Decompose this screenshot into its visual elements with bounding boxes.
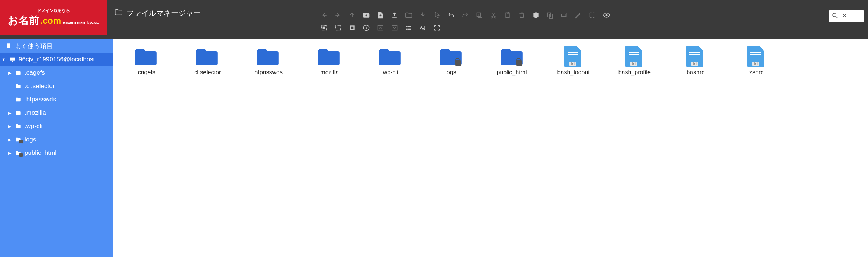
item-label: .cagefs <box>136 69 155 76</box>
dashed-select-icon[interactable] <box>588 11 597 19</box>
search-box[interactable] <box>829 10 864 22</box>
sort-icon[interactable]: AZ <box>419 24 427 32</box>
file-grid: .cagefs .cl.selector .htpasswds .mozilla… <box>125 46 857 76</box>
upload-icon[interactable] <box>390 11 399 19</box>
folder-item[interactable]: public_html <box>491 46 533 76</box>
svg-rect-8 <box>562 14 566 17</box>
folder-label: .cl.selector <box>25 82 55 90</box>
folder-icon <box>15 136 22 143</box>
svg-rect-7 <box>549 14 552 19</box>
invert-select-icon[interactable] <box>348 24 356 32</box>
page-title: ファイルマネージャー <box>126 8 201 18</box>
download-icon[interactable] <box>419 11 427 19</box>
sidebar-folder[interactable]: ▶ logs <box>0 133 113 146</box>
list-view-icon[interactable] <box>405 24 413 32</box>
folder-icon <box>256 46 280 67</box>
folder-open-icon <box>115 8 123 18</box>
logo-tagline: ドメイン取るなら <box>8 8 99 13</box>
paste-icon[interactable] <box>504 11 512 19</box>
folder-icon <box>15 96 22 103</box>
forward-icon[interactable] <box>334 11 342 19</box>
chevron-right-icon: ▶ <box>7 151 12 156</box>
rename-icon[interactable] <box>560 11 568 19</box>
archive-icon[interactable] <box>532 11 540 19</box>
chevron-right-icon: ▶ <box>7 111 12 116</box>
logo-by: byGMO <box>87 21 99 25</box>
edit-icon[interactable] <box>574 11 582 19</box>
folder-item[interactable]: .cagefs <box>125 46 167 76</box>
new-file-icon[interactable] <box>376 11 385 19</box>
chevron-right-icon: ▶ <box>7 137 12 142</box>
svg-point-21 <box>833 13 836 17</box>
folder-item[interactable]: logs <box>430 46 472 76</box>
item-label: .cl.selector <box>193 69 221 76</box>
cursor-icon[interactable] <box>433 11 441 19</box>
logo-com: .com <box>40 16 61 26</box>
file-ext: txt <box>691 62 699 66</box>
file-icon: txt <box>622 46 646 67</box>
undo-icon[interactable] <box>447 11 455 19</box>
svg-rect-18 <box>392 25 397 30</box>
folder-icon <box>317 46 341 67</box>
info-icon[interactable] <box>362 24 370 32</box>
file-item[interactable]: txt .bashrc <box>673 46 716 76</box>
bookmark-icon <box>5 43 12 49</box>
collapse-down-icon[interactable] <box>390 24 399 32</box>
up-icon[interactable] <box>348 11 356 19</box>
folder-icon <box>439 46 463 67</box>
file-item[interactable]: txt .zshrc <box>734 46 777 76</box>
preview-icon[interactable] <box>602 11 611 19</box>
delete-icon[interactable] <box>518 11 526 19</box>
folder-icon <box>15 69 22 76</box>
duplicate-icon[interactable] <box>546 11 554 19</box>
folder-label: .mozilla <box>25 109 46 117</box>
item-label: .bash_logout <box>556 69 590 76</box>
svg-rect-22 <box>10 58 15 61</box>
sidebar-folder[interactable]: ▶ .cagefs <box>0 66 113 79</box>
collapse-up-icon[interactable] <box>376 24 385 32</box>
sidebar-host[interactable]: ▼ 96cjv_r1990156@localhost <box>0 53 113 66</box>
item-label: logs <box>445 69 456 76</box>
favorites-label: よく使う項目 <box>15 42 53 51</box>
sidebar-folder[interactable]: ▶ .mozilla <box>0 106 113 120</box>
copy-icon[interactable] <box>475 11 483 19</box>
sidebar-favorites[interactable]: よく使う項目 <box>0 39 113 53</box>
sidebar-folder[interactable]: ▶ public_html <box>0 146 113 160</box>
logo[interactable]: ドメイン取るなら お名前.com .com .jp .co.jp byGMO <box>0 0 107 35</box>
new-folder-icon[interactable] <box>362 11 370 19</box>
back-icon[interactable] <box>320 11 328 19</box>
folder-item[interactable]: .wp-cli <box>369 46 411 76</box>
file-ext: txt <box>569 62 577 66</box>
sidebar-folder[interactable]: .htpasswds <box>0 93 113 106</box>
main-area: .cagefs .cl.selector .htpasswds .mozilla… <box>113 39 868 257</box>
file-item[interactable]: txt .bash_logout <box>552 46 594 76</box>
select-all-icon[interactable] <box>320 24 328 32</box>
logo-kanji: お名前 <box>8 13 39 27</box>
deselect-icon[interactable] <box>334 24 342 32</box>
redo-icon[interactable] <box>461 11 469 19</box>
close-icon[interactable] <box>841 12 848 20</box>
item-label: .zshrc <box>748 69 764 76</box>
item-label: .bashrc <box>685 69 704 76</box>
svg-rect-12 <box>323 27 325 29</box>
folder-label: .cagefs <box>25 69 45 77</box>
folder-icon <box>378 46 402 67</box>
fullscreen-icon[interactable] <box>433 24 441 32</box>
folder-item[interactable]: .htpasswds <box>247 46 289 76</box>
monitor-icon <box>9 56 16 63</box>
folder-icon <box>15 110 22 116</box>
file-icon: txt <box>744 46 768 67</box>
folder-item[interactable]: .mozilla <box>308 46 350 76</box>
cut-icon[interactable] <box>489 11 498 19</box>
item-label: .wp-cli <box>381 69 398 76</box>
item-label: .bash_profile <box>617 69 651 76</box>
svg-rect-0 <box>478 14 482 18</box>
file-item[interactable]: txt .bash_profile <box>613 46 655 76</box>
folder-item[interactable]: .cl.selector <box>186 46 228 76</box>
sidebar-folder[interactable]: ▶ .wp-cli <box>0 120 113 133</box>
sidebar-folder[interactable]: .cl.selector <box>0 79 113 93</box>
folder-label: public_html <box>25 149 57 157</box>
svg-rect-6 <box>547 13 550 17</box>
chevron-down-icon: ▼ <box>1 57 6 62</box>
open-folder-icon[interactable] <box>405 11 413 19</box>
